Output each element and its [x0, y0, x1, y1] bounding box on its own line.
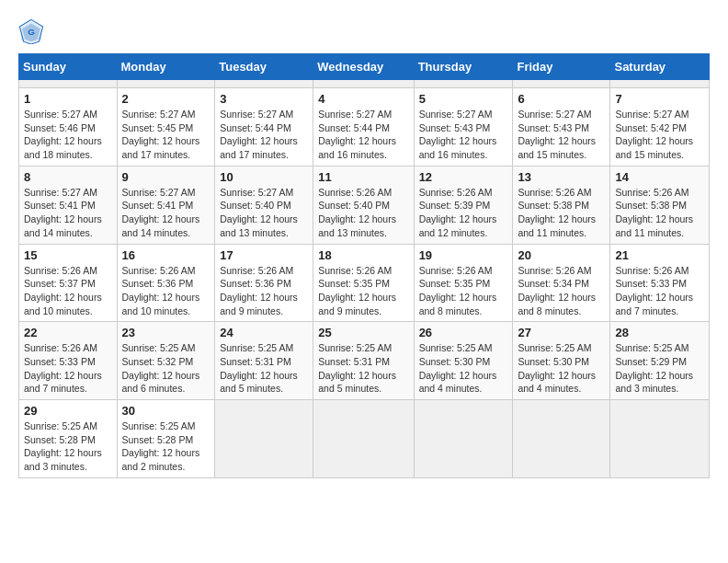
day-number: 24: [220, 326, 308, 339]
weekday-header: Tuesday: [215, 54, 313, 80]
day-number: 10: [220, 170, 308, 184]
calendar-cell: [117, 80, 215, 88]
day-number: 20: [518, 248, 605, 262]
day-detail: Sunrise: 5:25 AM Sunset: 5:30 PM Dayligh…: [419, 341, 508, 396]
calendar-cell: 5Sunrise: 5:27 AM Sunset: 5:43 PM Daylig…: [414, 88, 513, 167]
day-detail: Sunrise: 5:26 AM Sunset: 5:34 PM Dayligh…: [518, 264, 605, 318]
day-number: 4: [318, 92, 408, 106]
calendar-cell: 15Sunrise: 5:26 AM Sunset: 5:37 PM Dayli…: [19, 244, 118, 322]
logo: G: [18, 18, 48, 44]
day-detail: Sunrise: 5:25 AM Sunset: 5:30 PM Dayligh…: [518, 341, 605, 396]
day-number: 12: [419, 170, 508, 184]
day-detail: Sunrise: 5:27 AM Sunset: 5:43 PM Dayligh…: [518, 108, 605, 162]
day-number: 23: [122, 326, 210, 339]
day-number: 9: [122, 170, 210, 184]
day-number: 17: [220, 248, 308, 262]
logo-icon: G: [18, 18, 44, 44]
calendar-cell: [313, 80, 414, 88]
day-number: 25: [318, 326, 408, 339]
day-detail: Sunrise: 5:26 AM Sunset: 5:36 PM Dayligh…: [220, 264, 308, 318]
weekday-header: Friday: [513, 54, 610, 80]
day-detail: Sunrise: 5:25 AM Sunset: 5:31 PM Dayligh…: [220, 341, 308, 396]
calendar-week-row: 1Sunrise: 5:27 AM Sunset: 5:46 PM Daylig…: [19, 88, 710, 167]
day-detail: Sunrise: 5:26 AM Sunset: 5:36 PM Dayligh…: [122, 264, 210, 318]
calendar-cell: 26Sunrise: 5:25 AM Sunset: 5:30 PM Dayli…: [414, 322, 513, 400]
calendar-cell: 21Sunrise: 5:26 AM Sunset: 5:33 PM Dayli…: [610, 244, 710, 322]
day-number: 11: [318, 170, 408, 184]
day-detail: Sunrise: 5:25 AM Sunset: 5:31 PM Dayligh…: [318, 341, 408, 396]
day-detail: Sunrise: 5:26 AM Sunset: 5:40 PM Dayligh…: [318, 186, 408, 240]
day-detail: Sunrise: 5:26 AM Sunset: 5:35 PM Dayligh…: [318, 264, 408, 318]
day-detail: Sunrise: 5:26 AM Sunset: 5:37 PM Dayligh…: [24, 264, 112, 318]
calendar-cell: 2Sunrise: 5:27 AM Sunset: 5:45 PM Daylig…: [117, 88, 215, 167]
calendar-cell: [610, 80, 710, 88]
day-detail: Sunrise: 5:26 AM Sunset: 5:38 PM Dayligh…: [518, 186, 605, 240]
weekday-header: Wednesday: [313, 54, 414, 80]
day-number: 2: [122, 92, 210, 106]
calendar-cell: 23Sunrise: 5:25 AM Sunset: 5:32 PM Dayli…: [117, 322, 215, 400]
day-number: 21: [615, 248, 704, 262]
calendar-cell: 3Sunrise: 5:27 AM Sunset: 5:44 PM Daylig…: [215, 88, 313, 167]
day-detail: Sunrise: 5:27 AM Sunset: 5:44 PM Dayligh…: [220, 108, 308, 162]
day-number: 15: [24, 248, 112, 262]
calendar-week-row: 15Sunrise: 5:26 AM Sunset: 5:37 PM Dayli…: [19, 244, 710, 322]
calendar-cell: 20Sunrise: 5:26 AM Sunset: 5:34 PM Dayli…: [513, 244, 610, 322]
day-detail: Sunrise: 5:25 AM Sunset: 5:28 PM Dayligh…: [122, 419, 210, 474]
day-number: 30: [122, 404, 210, 418]
calendar-cell: 24Sunrise: 5:25 AM Sunset: 5:31 PM Dayli…: [215, 322, 313, 400]
calendar-week-row: 22Sunrise: 5:26 AM Sunset: 5:33 PM Dayli…: [19, 322, 710, 400]
day-detail: Sunrise: 5:27 AM Sunset: 5:43 PM Dayligh…: [419, 108, 508, 162]
day-detail: Sunrise: 5:27 AM Sunset: 5:40 PM Dayligh…: [220, 186, 308, 240]
day-detail: Sunrise: 5:26 AM Sunset: 5:33 PM Dayligh…: [615, 264, 704, 318]
calendar-cell: 18Sunrise: 5:26 AM Sunset: 5:35 PM Dayli…: [313, 244, 414, 322]
weekday-header: Thursday: [414, 54, 513, 80]
day-number: 28: [615, 326, 704, 339]
day-number: 5: [419, 92, 508, 106]
calendar-table: SundayMondayTuesdayWednesdayThursdayFrid…: [18, 53, 710, 478]
day-detail: Sunrise: 5:25 AM Sunset: 5:28 PM Dayligh…: [24, 419, 112, 474]
day-detail: Sunrise: 5:26 AM Sunset: 5:38 PM Dayligh…: [615, 186, 704, 240]
day-number: 14: [615, 170, 704, 184]
calendar-cell: [215, 400, 313, 478]
calendar-cell: 12Sunrise: 5:26 AM Sunset: 5:39 PM Dayli…: [414, 166, 513, 244]
calendar-cell: [313, 400, 414, 478]
calendar-cell: 27Sunrise: 5:25 AM Sunset: 5:30 PM Dayli…: [513, 322, 610, 400]
calendar-week-row: 29Sunrise: 5:25 AM Sunset: 5:28 PM Dayli…: [19, 400, 710, 478]
calendar-cell: [513, 80, 610, 88]
calendar-cell: 19Sunrise: 5:26 AM Sunset: 5:35 PM Dayli…: [414, 244, 513, 322]
day-detail: Sunrise: 5:27 AM Sunset: 5:41 PM Dayligh…: [122, 186, 210, 240]
day-detail: Sunrise: 5:27 AM Sunset: 5:42 PM Dayligh…: [615, 108, 704, 162]
day-number: 18: [318, 248, 408, 262]
day-detail: Sunrise: 5:27 AM Sunset: 5:44 PM Dayligh…: [318, 108, 408, 162]
day-number: 29: [24, 404, 112, 418]
calendar-cell: 25Sunrise: 5:25 AM Sunset: 5:31 PM Dayli…: [313, 322, 414, 400]
calendar-cell: 29Sunrise: 5:25 AM Sunset: 5:28 PM Dayli…: [19, 400, 118, 478]
calendar-header-row: SundayMondayTuesdayWednesdayThursdayFrid…: [19, 54, 710, 80]
day-number: 27: [518, 326, 605, 339]
calendar-cell: [215, 80, 313, 88]
calendar-cell: [19, 80, 118, 88]
calendar-cell: [610, 400, 710, 478]
day-number: 22: [24, 326, 112, 339]
calendar-cell: [513, 400, 610, 478]
calendar-week-row: [19, 80, 710, 88]
day-number: 16: [122, 248, 210, 262]
day-number: 6: [518, 92, 605, 106]
day-number: 19: [419, 248, 508, 262]
day-detail: Sunrise: 5:27 AM Sunset: 5:41 PM Dayligh…: [24, 186, 112, 240]
calendar-cell: [414, 400, 513, 478]
day-number: 3: [220, 92, 308, 106]
calendar-cell: 1Sunrise: 5:27 AM Sunset: 5:46 PM Daylig…: [19, 88, 118, 167]
svg-text:G: G: [28, 27, 35, 37]
calendar-cell: [414, 80, 513, 88]
calendar-cell: 30Sunrise: 5:25 AM Sunset: 5:28 PM Dayli…: [117, 400, 215, 478]
day-number: 7: [615, 92, 704, 106]
calendar-cell: 13Sunrise: 5:26 AM Sunset: 5:38 PM Dayli…: [513, 166, 610, 244]
calendar-cell: 8Sunrise: 5:27 AM Sunset: 5:41 PM Daylig…: [19, 166, 118, 244]
day-detail: Sunrise: 5:27 AM Sunset: 5:46 PM Dayligh…: [24, 108, 112, 162]
page-header: G: [18, 18, 710, 44]
day-number: 8: [24, 170, 112, 184]
calendar-cell: 11Sunrise: 5:26 AM Sunset: 5:40 PM Dayli…: [313, 166, 414, 244]
weekday-header: Monday: [117, 54, 215, 80]
weekday-header: Saturday: [610, 54, 710, 80]
